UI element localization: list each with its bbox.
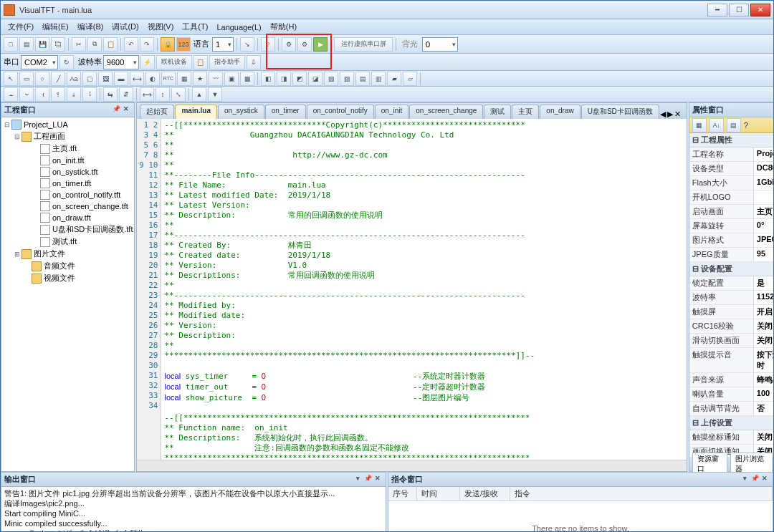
run-virtual-button[interactable]: 运行虚拟串口屏 xyxy=(334,37,393,52)
menu-tools[interactable]: 工具(T) xyxy=(178,20,212,34)
minimize-button[interactable]: ━ xyxy=(707,4,727,16)
pointer-icon[interactable]: ↖ xyxy=(4,72,18,86)
pin-icon[interactable]: 📌 xyxy=(111,105,121,115)
property-grid[interactable]: ⊟ 工程属性工程名称Project_LUA设备类型DC80480W070Flas… xyxy=(689,133,774,457)
tab-init[interactable]: on_init xyxy=(375,105,408,119)
tree-file[interactable]: on_control_notify.tft xyxy=(3,189,133,200)
t2-icon[interactable]: ◨ xyxy=(277,72,291,86)
anim-icon[interactable]: ▦ xyxy=(177,72,191,86)
align-mid-icon[interactable]: ⫰ xyxy=(67,87,81,102)
prop-row[interactable]: 声音来源蜂鸣器 xyxy=(689,373,774,387)
editor-hscroll[interactable] xyxy=(137,460,686,471)
prop-row[interactable]: 工程名称Project_LUA xyxy=(689,147,774,162)
prop-row[interactable]: 波特率115200 xyxy=(689,291,774,305)
tab-draw[interactable]: on_draw xyxy=(540,105,580,119)
t3-icon[interactable]: ◩ xyxy=(292,72,307,86)
tree-file[interactable]: on_init.tft xyxy=(3,155,133,166)
paste-icon[interactable]: 📋 xyxy=(103,37,118,52)
project-tree[interactable]: ⊟Project_LUA ⊟工程画面 主页.tfton_init.tfton_s… xyxy=(1,117,134,471)
out-pin-icon[interactable]: ▾ xyxy=(353,475,363,485)
meter-icon[interactable]: ◐ xyxy=(145,72,160,86)
prop-row[interactable]: JPEG质量95 xyxy=(689,248,774,262)
t7-icon[interactable]: ▤ xyxy=(355,72,370,86)
tab-cnotify[interactable]: on_control_notify xyxy=(307,105,374,119)
cmd-close-icon[interactable]: ✕ xyxy=(760,475,770,485)
menu-build[interactable]: 编译(B) xyxy=(73,20,108,34)
tree-file[interactable]: 主页.tft xyxy=(3,142,133,155)
tab-left-icon[interactable]: ◀ xyxy=(660,110,666,119)
t10-icon[interactable]: ▱ xyxy=(403,72,417,86)
com-combo[interactable]: COM2 xyxy=(21,55,58,69)
menu-edit[interactable]: 编辑(E) xyxy=(38,20,73,34)
out-pin2-icon[interactable]: 📌 xyxy=(363,475,373,485)
curve-icon[interactable]: 〰 xyxy=(209,72,223,86)
prop-row[interactable]: 触摸屏开启 xyxy=(689,305,774,319)
arrow-icon[interactable]: ↘ xyxy=(240,37,254,52)
connect-icon[interactable]: ⚡ xyxy=(140,55,155,69)
cmd-helper-button[interactable]: 指令助手 xyxy=(209,55,245,69)
prop-row[interactable]: Flash大小1Gbit xyxy=(689,176,774,190)
cut-icon[interactable]: ✂ xyxy=(72,37,86,52)
close-panel-icon[interactable]: ✕ xyxy=(121,105,131,115)
line-icon[interactable]: ╱ xyxy=(51,72,65,86)
rect-icon[interactable]: ▭ xyxy=(19,72,34,86)
tree-file[interactable]: on_screen_change.tft xyxy=(3,200,133,212)
undo-icon[interactable]: ↶ xyxy=(124,37,138,52)
button-icon[interactable]: ▢ xyxy=(82,72,97,86)
t1-icon[interactable]: ◧ xyxy=(261,72,275,86)
maximize-button[interactable]: ☐ xyxy=(729,4,749,16)
menu-debug[interactable]: 调试(D) xyxy=(108,20,143,34)
prop-pg-icon[interactable]: ▤ xyxy=(727,118,741,132)
image-icon[interactable]: 🖼 xyxy=(98,72,113,86)
redo-icon[interactable]: ↷ xyxy=(140,37,154,52)
t8-icon[interactable]: ▥ xyxy=(371,72,386,86)
tab-schange[interactable]: on_screen_change xyxy=(409,105,483,119)
tree-file[interactable]: on_timer.tft xyxy=(3,178,133,189)
tab-main-lua[interactable]: main.lua xyxy=(175,105,217,119)
baud-combo[interactable]: 9600 xyxy=(103,55,139,69)
back-icon[interactable]: ▼ xyxy=(208,87,222,102)
saveall-icon[interactable]: ⿻ xyxy=(51,37,65,52)
cmd-pin-icon[interactable]: ▾ xyxy=(740,475,750,485)
same-h-icon[interactable]: ↕ xyxy=(156,87,170,102)
menu-language[interactable]: Language(L) xyxy=(212,21,265,33)
copy-icon[interactable]: ⧉ xyxy=(87,37,102,52)
rtc-icon[interactable]: RTC xyxy=(161,72,176,86)
lock-icon[interactable]: 🔒 xyxy=(161,37,175,52)
tree-file[interactable]: on_systick.tft xyxy=(3,166,133,178)
t5-icon[interactable]: ▧ xyxy=(324,72,338,86)
prop-row[interactable]: 开机LOGO xyxy=(689,190,774,205)
av-icon[interactable]: ▣ xyxy=(224,72,239,86)
align-left-icon[interactable]: ⫠ xyxy=(4,87,18,102)
refresh-icon[interactable]: ↻ xyxy=(59,55,74,69)
lang-combo[interactable]: 1 xyxy=(212,37,234,52)
open-icon[interactable]: ▤ xyxy=(19,37,34,52)
menu-file[interactable]: 文件(F) xyxy=(4,20,38,34)
t4-icon[interactable]: ◪ xyxy=(308,72,322,86)
tab-start[interactable]: 起始页 xyxy=(140,105,174,119)
tree-file[interactable]: 测试.tft xyxy=(3,236,133,248)
t6-icon[interactable]: ▨ xyxy=(340,72,354,86)
circle-icon[interactable]: ○ xyxy=(35,72,49,86)
prop-cat-icon[interactable]: ▦ xyxy=(692,118,707,132)
dist-v-icon[interactable]: ⇵ xyxy=(119,87,133,102)
align-bot-icon[interactable]: ⫱ xyxy=(82,87,97,102)
run-icon[interactable]: ▶ xyxy=(313,37,328,52)
prop-row[interactable]: 设备类型DC80480W070 xyxy=(689,162,774,176)
prop-row[interactable]: 触摸坐标通知关闭 xyxy=(689,430,774,445)
same-w-icon[interactable]: ⟷ xyxy=(140,87,154,102)
tree-file[interactable]: on_draw.tft xyxy=(3,212,133,223)
tab-usd[interactable]: U盘和SD卡回调函数 xyxy=(581,105,659,119)
menu-view[interactable]: 视图(V) xyxy=(143,20,178,34)
tab-close-icon[interactable]: ✕ xyxy=(674,110,681,119)
new-icon[interactable]: □ xyxy=(4,37,18,52)
out-close-icon[interactable]: ✕ xyxy=(373,475,383,485)
cmd-pin2-icon[interactable]: 📌 xyxy=(750,475,760,485)
same-wh-icon[interactable]: ⤡ xyxy=(171,87,186,102)
save-icon[interactable]: 💾 xyxy=(35,37,49,52)
dist-h-icon[interactable]: ⇆ xyxy=(103,87,118,102)
tab-home[interactable]: 主页 xyxy=(512,105,539,119)
num-icon[interactable]: 123 xyxy=(176,37,191,52)
prop-row[interactable]: 喇叭音量100 xyxy=(689,387,774,402)
prop-row[interactable]: 触摸提示音按下触摸控件时 xyxy=(689,348,774,373)
